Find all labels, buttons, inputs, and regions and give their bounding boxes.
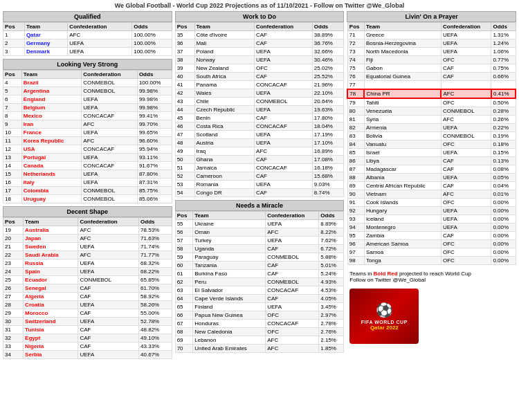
pos-num: 45 [175, 114, 194, 122]
confederation: CAF [254, 39, 312, 48]
confederation: OFC [441, 56, 491, 64]
pos-num: 6 [3, 95, 22, 104]
pos-num: 21 [3, 243, 24, 251]
table-row: 1QatarAFC100.00% [3, 31, 172, 39]
decent-shape-table: Pos Team Confederation Odds 19AustraliaA… [3, 217, 172, 359]
confederation: CONMEBOL [82, 187, 138, 195]
table-row: 90VietnamAFC0.01% [347, 190, 516, 199]
table-row: 73North MacedoniaUEFA1.06% [347, 48, 516, 56]
pos-num: 89 [347, 182, 364, 190]
odds: 1.31% [491, 31, 516, 39]
confederation: CAF [266, 295, 319, 303]
pos-num: 90 [347, 190, 364, 199]
confederation: UEFA [441, 223, 491, 232]
pos-num: 8 [3, 112, 22, 120]
team-name: Jamaica [194, 164, 254, 172]
confederation: CAF [266, 270, 319, 278]
odds: 0.13% [491, 157, 516, 165]
col-conf: Confederation [254, 23, 312, 31]
pos-num: 27 [3, 293, 24, 301]
confederation: OFC [441, 248, 491, 257]
odds: 68.32% [139, 259, 172, 268]
team-name: Papua New Guinea [193, 311, 266, 320]
team-name: USA [21, 145, 82, 154]
table-row: 14CanadaCONCACAF91.67% [3, 162, 172, 170]
col-team: Team [194, 23, 254, 31]
pos-num: 62 [175, 278, 193, 286]
pos-num: 73 [347, 48, 364, 56]
table-row: 61Burkina FasoCAF5.24% [175, 270, 344, 278]
table-row: 17ColombiaCONMEBOL85.75% [3, 187, 172, 195]
pos-num: 26 [3, 284, 24, 293]
confederation: OFC [441, 199, 491, 207]
table-row: 41PanamaCONCACAF21.96% [175, 81, 344, 89]
confederation: CONCACAF [82, 162, 138, 170]
team-name: Germany [24, 39, 67, 48]
confederation: CAF [78, 293, 139, 301]
table-row: 24SpainUEFA68.22% [3, 268, 172, 276]
odds: 58.26% [139, 301, 172, 309]
confederation: UEFA [78, 243, 139, 251]
pos-num: 3 [3, 48, 25, 56]
odds: 58.92% [139, 293, 172, 301]
col-pos: Pos [175, 23, 194, 31]
confederation: CAF [254, 156, 312, 164]
col-odds: Odds [319, 212, 344, 220]
confederation: CAF [441, 182, 491, 190]
confederation: UEFA [441, 31, 491, 39]
odds: 2.78% [319, 320, 344, 328]
team-name: Venezuela [364, 107, 441, 116]
table-row: 46Costa RicaCONCACAF18.04% [175, 122, 344, 131]
team-name: Montenegro [364, 223, 441, 232]
team-name: Madagascar [364, 165, 441, 174]
team-name: Costa Rica [194, 122, 254, 131]
confederation: UEFA [78, 268, 139, 276]
table-row: 16ItalyUEFA87.31% [3, 179, 172, 187]
table-row: 23RussiaUEFA68.32% [3, 259, 172, 268]
team-name: Sweden [24, 243, 78, 251]
confederation: UEFA [82, 104, 138, 112]
odds: 0.00% [491, 240, 516, 248]
pos-num: 92 [347, 207, 364, 215]
pos-num: 25 [3, 276, 24, 284]
table-row: 30SwitzerlandUEFA52.78% [3, 318, 172, 326]
confederation: CONMEBOL [254, 98, 312, 106]
pos-num: 59 [175, 253, 193, 262]
pos-num: 11 [3, 137, 22, 145]
team-name: Egypt [24, 334, 78, 343]
odds: 0.00% [491, 232, 516, 240]
team-name: Syria [364, 116, 441, 124]
confederation: UEFA [441, 215, 491, 223]
odds: 0.00% [491, 215, 516, 223]
odds: 2.76% [319, 328, 344, 336]
table-row: 55UkraineUEFA8.89% [175, 220, 344, 228]
team-name: Oman [193, 228, 266, 237]
pos-num: 94 [347, 223, 364, 232]
team-name: Korea Republic [21, 137, 82, 145]
team-name: Côte d'Ivoire [194, 31, 254, 39]
col-pos: Pos [3, 71, 22, 79]
confederation: UEFA [68, 39, 132, 48]
team-name: Iran [21, 120, 82, 129]
pos-num: 44 [175, 106, 194, 114]
table-row: 13PortugalUEFA93.11% [3, 154, 172, 162]
table-row: 6EnglandUEFA99.98% [3, 95, 172, 104]
odds: 68.22% [139, 268, 172, 276]
confederation: AFC [441, 116, 491, 124]
pos-num: 47 [175, 131, 194, 139]
odds: 0.00% [491, 223, 516, 232]
team-name: Ecuador [24, 276, 78, 284]
team-name: Morocco [24, 309, 78, 318]
pos-num: 50 [175, 156, 194, 164]
odds: 85.06% [137, 195, 172, 203]
col-conf: Confederation [78, 218, 139, 226]
confederation: CONMEBOL [441, 132, 491, 140]
table-row: 20JapanAFC71.63% [3, 235, 172, 243]
table-row: 21SwedenUEFA71.74% [3, 243, 172, 251]
team-name: Mexico [21, 112, 82, 120]
confederation: AFC [78, 235, 139, 243]
pos-num: 42 [175, 89, 194, 98]
team-name: Greece [364, 31, 441, 39]
confederation: CONMEBOL [441, 107, 491, 116]
confederation: CONCACAF [82, 145, 138, 154]
